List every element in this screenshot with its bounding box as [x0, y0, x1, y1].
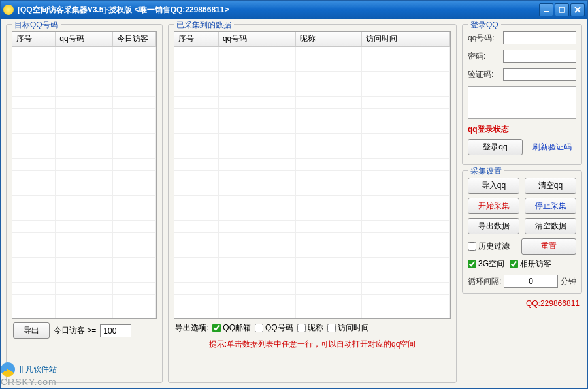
table-row[interactable]: [12, 133, 156, 146]
svg-rect-1: [559, 7, 564, 12]
history-filter-checkbox[interactable]: 历史过滤: [468, 241, 516, 252]
export-data-button[interactable]: 导出数据: [468, 218, 519, 234]
refresh-captcha-link[interactable]: 刷新验证码: [528, 142, 576, 153]
table-row[interactable]: [12, 195, 156, 208]
table-row[interactable]: [12, 232, 156, 245]
table-row[interactable]: [174, 121, 450, 133]
reset-button[interactable]: 重置: [521, 238, 576, 255]
collected-data-group: 已采集到的数据 序号 qq号码 昵称 访问时间 导出选项:: [168, 24, 457, 383]
loop-interval-input[interactable]: [504, 275, 558, 288]
table-row[interactable]: [12, 121, 156, 133]
table-row[interactable]: [12, 170, 156, 183]
table-row[interactable]: [12, 270, 156, 282]
window-title: [QQ空间访客采集器V3.5]-授权版 <唯一销售QQ:229866811>: [18, 5, 539, 16]
table-row[interactable]: [174, 170, 450, 183]
album-visitor-checkbox[interactable]: 相册访客: [510, 258, 551, 270]
stop-collect-button[interactable]: 停止采集: [525, 198, 576, 214]
table-row[interactable]: [174, 307, 450, 319]
table-row[interactable]: [12, 158, 156, 170]
table-row[interactable]: [174, 71, 450, 84]
import-qq-button[interactable]: 导入qq: [468, 178, 519, 194]
table-row[interactable]: [174, 245, 450, 257]
table-row[interactable]: [174, 96, 450, 108]
table-row[interactable]: [12, 96, 156, 108]
table-row[interactable]: [12, 294, 156, 307]
start-collect-button[interactable]: 开始采集: [468, 198, 519, 214]
target-qq-legend: 目标QQ号码: [12, 20, 61, 31]
table-row[interactable]: [174, 220, 450, 232]
table-row[interactable]: [12, 71, 156, 84]
col-seq[interactable]: 序号: [12, 32, 56, 46]
app-icon: [3, 5, 14, 15]
table-row[interactable]: [12, 46, 156, 59]
loop-interval-label: 循环间隔:: [468, 276, 501, 287]
content-area: 目标QQ号码 序号 qq号码 今日访客 导出 今日访客 >=: [1, 19, 587, 388]
col2-seq[interactable]: 序号: [174, 32, 218, 46]
today-visitor-input[interactable]: [100, 324, 131, 337]
target-qq-group: 目标QQ号码 序号 qq号码 今日访客 导出 今日访客 >=: [6, 24, 163, 383]
collected-legend: 已采集到的数据: [174, 20, 234, 31]
contact-qq-link[interactable]: QQ:229866811: [526, 299, 580, 308]
table-row[interactable]: [174, 133, 450, 146]
captcha-label: 验证码:: [468, 69, 500, 80]
clear-data-button[interactable]: 清空数据: [525, 218, 576, 234]
target-qq-table[interactable]: 序号 qq号码 今日访客: [12, 31, 157, 319]
table-row[interactable]: [174, 294, 450, 307]
space-3g-checkbox[interactable]: 3G空间: [468, 258, 504, 270]
login-legend: 登录QQ: [468, 20, 501, 31]
captcha-input[interactable]: [503, 68, 576, 81]
table-row[interactable]: [174, 59, 450, 71]
opt-nick[interactable]: 昵称: [297, 322, 323, 334]
table-row[interactable]: [174, 158, 450, 170]
table-row[interactable]: [174, 46, 450, 59]
today-visitor-label: 今日访客 >=: [54, 325, 96, 336]
table-row[interactable]: [12, 282, 156, 294]
table-row[interactable]: [12, 59, 156, 71]
table-row[interactable]: [174, 257, 450, 270]
table-row[interactable]: [174, 270, 450, 282]
collect-settings-group: 采集设置 导入qq清空qq 开始采集停止采集 导出数据清空数据 历史过滤 重置 …: [462, 170, 582, 294]
table-row[interactable]: [174, 282, 450, 294]
minimize-button[interactable]: [539, 3, 553, 16]
table-row[interactable]: [12, 307, 156, 319]
qq-input[interactable]: [503, 31, 576, 44]
table-row[interactable]: [174, 146, 450, 158]
table-row[interactable]: [12, 108, 156, 121]
captcha-image[interactable]: [468, 86, 576, 119]
table-row[interactable]: [174, 195, 450, 208]
close-button[interactable]: [570, 3, 585, 16]
opt-email[interactable]: QQ邮箱: [212, 322, 251, 334]
table-row[interactable]: [12, 208, 156, 220]
titlebar: [QQ空间访客采集器V3.5]-授权版 <唯一销售QQ:229866811>: [1, 1, 587, 19]
table-row[interactable]: [12, 257, 156, 270]
opt-qq[interactable]: QQ号码: [255, 322, 293, 334]
login-group: 登录QQ qq号码: 密码: 验证码: qq登录状态 登录qq 刷新验证码: [462, 24, 582, 165]
col-today[interactable]: 今日访客: [113, 32, 156, 46]
col2-qq[interactable]: qq号码: [218, 32, 295, 46]
export-targets-button[interactable]: 导出: [13, 322, 50, 339]
table-row[interactable]: [174, 232, 450, 245]
app-window: [QQ空间访客采集器V3.5]-授权版 <唯一销售QQ:229866811> 目…: [0, 0, 588, 389]
col2-nick[interactable]: 昵称: [295, 32, 361, 46]
collect-legend: 采集设置: [468, 166, 504, 177]
pwd-label: 密码:: [468, 51, 500, 62]
opt-time[interactable]: 访问时间: [327, 322, 369, 334]
collected-table[interactable]: 序号 qq号码 昵称 访问时间: [174, 31, 451, 319]
table-row[interactable]: [12, 245, 156, 257]
table-row[interactable]: [12, 183, 156, 195]
table-row[interactable]: [174, 183, 450, 195]
col2-time[interactable]: 访问时间: [362, 32, 450, 46]
export-options-label: 导出选项:: [175, 322, 208, 334]
table-row[interactable]: [12, 146, 156, 158]
login-status: qq登录状态: [468, 124, 576, 135]
table-row[interactable]: [12, 220, 156, 232]
maximize-button[interactable]: [555, 3, 569, 16]
login-button[interactable]: 登录qq: [468, 139, 523, 155]
col-qq[interactable]: qq号码: [56, 32, 113, 46]
table-row[interactable]: [174, 208, 450, 220]
table-row[interactable]: [174, 84, 450, 96]
table-row[interactable]: [12, 84, 156, 96]
table-row[interactable]: [174, 108, 450, 121]
password-input[interactable]: [503, 50, 576, 63]
clear-qq-button[interactable]: 清空qq: [525, 178, 576, 194]
